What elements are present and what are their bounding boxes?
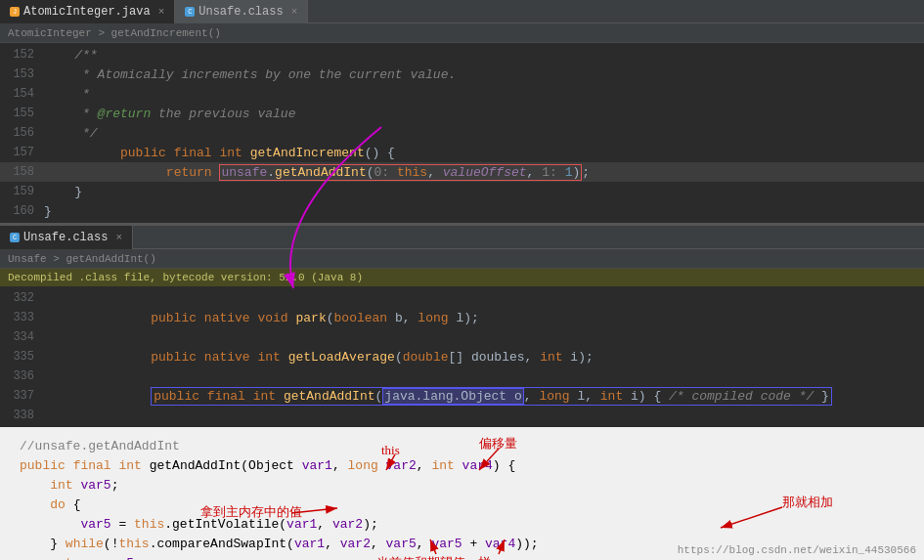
- ann-var2-ref2: var2: [340, 537, 371, 551]
- ann-line-1: public final int getAndAddInt(Object var…: [20, 456, 904, 476]
- ann-comma6: ,: [417, 537, 432, 551]
- ann-cas: .compareAndSwapInt(: [150, 537, 294, 551]
- bottom-area: //unsafe.getAndAddInt public final int g…: [0, 427, 924, 560]
- ann-kw-int2: int: [50, 478, 72, 493]
- line-num-335: 335: [0, 350, 44, 364]
- ann-var2-name: var2: [386, 458, 417, 473]
- ann-assign: =: [111, 517, 134, 532]
- tab-unsafe[interactable]: C Unsafe.class ×: [175, 0, 308, 23]
- ann-kw-int: int: [431, 458, 454, 473]
- decompiled-notice: Decompiled .class file, bytecode version…: [0, 269, 924, 286]
- code-line-335: 335 public native int getLoadAverage(dou…: [0, 347, 924, 366]
- ann-brace3: }: [50, 537, 66, 551]
- ann-var4-name: var4: [462, 458, 493, 473]
- ann-line-4: var5 = this.getIntVolatile(var1, var2);: [20, 515, 904, 535]
- middle-pane: C Unsafe.class × Unsafe > getAndAddInt()…: [0, 224, 924, 427]
- breadcrumb-top: AtomicInteger > getAndIncrement(): [0, 23, 924, 43]
- tab-unsafe-class[interactable]: C Unsafe.class ×: [0, 226, 133, 249]
- line-content-337: public final int getAndAddInt(java.lang.…: [44, 374, 832, 418]
- ann-semi1: ;: [111, 478, 119, 493]
- class-icon: C: [185, 7, 195, 17]
- ann-brace1: ) {: [493, 458, 515, 473]
- tab-unsafe-close[interactable]: ×: [291, 6, 298, 18]
- tab-atomicinteger[interactable]: J AtomicInteger.java ×: [0, 0, 175, 23]
- label-fetch-value: 拿到主内存中的值: [200, 503, 302, 521]
- tab-bar-top: J AtomicInteger.java × C Unsafe.class ×: [0, 0, 924, 23]
- class-icon-2: C: [10, 233, 20, 242]
- line-num-158: 158: [0, 165, 44, 179]
- middle-code-area: 332 333 public native void park(boolean …: [0, 286, 924, 427]
- line-content-154: *: [44, 87, 90, 102]
- ann-line-2: int var5;: [20, 476, 904, 495]
- ann-kw-this: this: [134, 517, 164, 532]
- line-num-338: 338: [0, 409, 44, 422]
- code-line-333: 333 public native void park(boolean b, l…: [0, 308, 924, 327]
- line-num-159: 159: [0, 185, 44, 198]
- ann-var4-ref: var4: [485, 537, 515, 551]
- breadcrumb-middle: Unsafe > getAndAddInt(): [0, 249, 924, 269]
- code-line-160: 160 }: [0, 201, 924, 221]
- line-num-336: 336: [0, 369, 44, 383]
- ann-kw-3: int: [118, 458, 141, 473]
- ann-end-while: ));: [515, 537, 538, 551]
- ann-comma3: ,: [317, 517, 332, 532]
- line-num-155: 155: [0, 107, 44, 120]
- line-num-337: 337: [0, 389, 44, 403]
- code-line-337: 337 public final int getAndAddInt(java.l…: [0, 386, 924, 406]
- ann-line-comment: //unsafe.getAndAddInt: [20, 437, 904, 456]
- ann-while-content: (!: [104, 537, 119, 551]
- ann-kw-return: return: [50, 556, 96, 560]
- tab-unsafe-label: Unsafe.class: [198, 5, 283, 19]
- code-line-153: 153 * Atomically increments by one the c…: [0, 65, 924, 84]
- line-content-159: }: [44, 185, 82, 199]
- line-num-152: 152: [0, 48, 44, 62]
- line-content-160: }: [44, 204, 52, 219]
- code-line-154: 154 *: [0, 84, 924, 104]
- tab-bar-middle: C Unsafe.class ×: [0, 226, 924, 249]
- main-container: J AtomicInteger.java × C Unsafe.class × …: [0, 0, 924, 560]
- code-line-158: 158 return unsafe.getAndAddInt(0: this, …: [0, 162, 924, 182]
- decompiled-notice-text: Decompiled .class file, bytecode version…: [8, 272, 363, 283]
- watermark: https://blog.csdn.net/weixin_44530566: [678, 544, 916, 556]
- ann-plus: +: [462, 537, 485, 551]
- line-num-332: 332: [0, 291, 44, 305]
- label-then-add: 那就相加: [782, 494, 833, 511]
- line-num-157: 157: [0, 146, 44, 159]
- line-num-334: 334: [0, 330, 44, 344]
- line-content-152: /**: [44, 48, 98, 63]
- ann-semi2: ;: [134, 556, 142, 560]
- ann-comma4: ,: [325, 537, 340, 551]
- line-num-156: 156: [0, 126, 44, 140]
- ann-var5-ref: var5: [386, 537, 417, 551]
- ann-kw-1: public: [20, 458, 66, 473]
- line-num-154: 154: [0, 87, 44, 101]
- label-current-expected: 当前值和期望值一样: [376, 554, 491, 560]
- ann-var2: [378, 458, 386, 473]
- label-offset: 偏移量: [479, 435, 517, 452]
- ann-var5-assign: var5: [80, 517, 110, 532]
- tab-atomicinteger-close[interactable]: ×: [158, 6, 165, 18]
- ann-kw-2: final: [73, 458, 111, 473]
- ann-comma5: ,: [371, 537, 386, 551]
- ann-kw-while: while: [66, 537, 104, 551]
- line-content-335: public native int getLoadAverage(double[…: [44, 335, 594, 379]
- tab-unsafe-class-close[interactable]: ×: [115, 232, 122, 243]
- ann-comma1: ,: [332, 458, 348, 473]
- ann-comment-text: //unsafe.getAndAddInt: [20, 439, 180, 453]
- line-content-158: return unsafe.getAndAddInt(0: this, valu…: [44, 151, 590, 194]
- annotation-code: //unsafe.getAndAddInt public final int g…: [20, 437, 904, 560]
- line-content-333: public native void park(boolean b, long …: [44, 296, 479, 340]
- line-content-155: * @return the previous value: [44, 107, 295, 121]
- line-num-153: 153: [0, 67, 44, 81]
- ann-var1-ref2: var1: [294, 537, 325, 551]
- breadcrumb-middle-text: Unsafe > getAndAddInt(): [8, 253, 156, 265]
- code-line-152: 152 /**: [0, 45, 924, 65]
- top-code-area: 152 /** 153 * Atomically increments by o…: [0, 43, 924, 223]
- ann-line-3: do {: [20, 495, 904, 515]
- line-content-153: * Atomically increments by one the curre…: [44, 67, 456, 82]
- ann-kw-long: long: [348, 458, 378, 473]
- ann-var4: [455, 458, 462, 473]
- java-icon: J: [10, 7, 20, 17]
- ann-kw-this2: this: [118, 537, 149, 551]
- tab-unsafe-class-label: Unsafe.class: [23, 231, 108, 244]
